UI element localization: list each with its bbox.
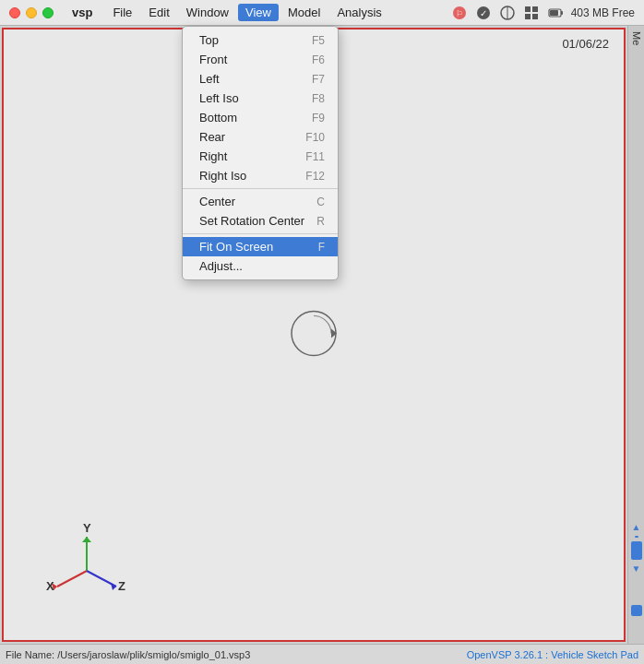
flag-icon: ⚐ xyxy=(451,5,468,21)
svg-rect-9 xyxy=(532,14,538,19)
menu-item-center[interactable]: Center C xyxy=(183,192,338,211)
svg-rect-12 xyxy=(550,10,558,16)
svg-point-13 xyxy=(292,312,336,356)
statusbar-appversion: OpenVSP 3.26.1 : Vehicle Sketch Pad xyxy=(467,649,638,660)
menubar: vsp File Edit Window View Model Analysis… xyxy=(0,0,644,26)
sidebar-panel-blue[interactable] xyxy=(635,536,638,538)
battery-icon xyxy=(547,5,564,21)
rotation-indicator xyxy=(289,309,339,362)
menu-item-right[interactable]: Right F11 xyxy=(183,147,338,166)
traffic-lights xyxy=(9,7,54,18)
circle-icon xyxy=(499,5,516,21)
menu-view[interactable]: View xyxy=(238,4,279,21)
menu-model[interactable]: Model xyxy=(280,4,328,21)
grid-icon xyxy=(523,5,540,21)
menu-item-bottom[interactable]: Bottom F9 xyxy=(183,108,338,127)
statusbar-filepath: File Name: /Users/jaroslaw/plik/smiglo/s… xyxy=(6,649,250,660)
sidebar-arrow-up[interactable]: ▲ xyxy=(632,522,641,532)
svg-marker-18 xyxy=(82,537,91,542)
svg-marker-20 xyxy=(111,583,116,590)
svg-text:⚐: ⚐ xyxy=(456,9,463,18)
menu-edit[interactable]: Edit xyxy=(141,4,176,21)
maximize-button[interactable] xyxy=(42,7,54,18)
viewport-date: 01/06/22 xyxy=(562,37,609,51)
menu-item-front[interactable]: Front F6 xyxy=(183,50,338,69)
dropdown-separator-1 xyxy=(183,188,338,189)
menu-item-left[interactable]: Left F7 xyxy=(183,69,338,89)
svg-rect-6 xyxy=(525,6,531,12)
menu-item-left-iso[interactable]: Left Iso F8 xyxy=(183,89,338,108)
right-panel: Me ▲ ▼ xyxy=(627,26,644,644)
axis-indicator: X Y Z xyxy=(41,520,133,612)
view-dropdown-menu: Top F5 Front F6 Left F7 Left Iso F8 Bott… xyxy=(182,26,339,280)
menu-item-fit-on-screen[interactable]: Fit On Screen F xyxy=(183,237,338,256)
sidebar-arrow-down[interactable]: ▼ xyxy=(632,563,641,574)
sidebar-blue-bar xyxy=(631,541,642,560)
svg-text:Y: Y xyxy=(83,521,91,535)
menu-file[interactable]: File xyxy=(105,4,139,21)
menu-vsp[interactable]: vsp xyxy=(65,4,100,21)
dropdown-separator-2 xyxy=(183,233,338,234)
memory-label: 403 MB Free xyxy=(571,6,635,19)
menu-window[interactable]: Window xyxy=(179,4,236,21)
svg-rect-8 xyxy=(525,14,531,19)
svg-text:Z: Z xyxy=(118,579,125,593)
menu-item-rear[interactable]: Rear F10 xyxy=(183,127,338,147)
svg-rect-7 xyxy=(532,6,538,12)
sidebar-bottom-btn[interactable] xyxy=(631,605,642,616)
menu-item-adjust[interactable]: Adjust... xyxy=(183,256,338,276)
menu-analysis[interactable]: Analysis xyxy=(329,4,388,21)
menu-items: vsp File Edit Window View Model Analysis xyxy=(65,4,389,21)
menu-item-set-rotation-center[interactable]: Set Rotation Center R xyxy=(183,211,338,231)
svg-text:✓: ✓ xyxy=(480,8,487,18)
check-icon: ✓ xyxy=(475,5,492,21)
statusbar: File Name: /Users/jaroslaw/plik/smiglo/s… xyxy=(0,644,644,664)
menu-item-top[interactable]: Top F5 xyxy=(183,30,338,50)
me-label: Me xyxy=(628,26,644,51)
menubar-right: ⚐ ✓ 403 MB Free xyxy=(451,5,635,21)
minimize-button[interactable] xyxy=(26,7,37,18)
svg-text:X: X xyxy=(46,579,54,593)
close-button[interactable] xyxy=(9,7,20,18)
svg-rect-11 xyxy=(561,11,563,15)
menu-item-right-iso[interactable]: Right Iso F12 xyxy=(183,166,338,185)
svg-line-15 xyxy=(57,571,87,587)
